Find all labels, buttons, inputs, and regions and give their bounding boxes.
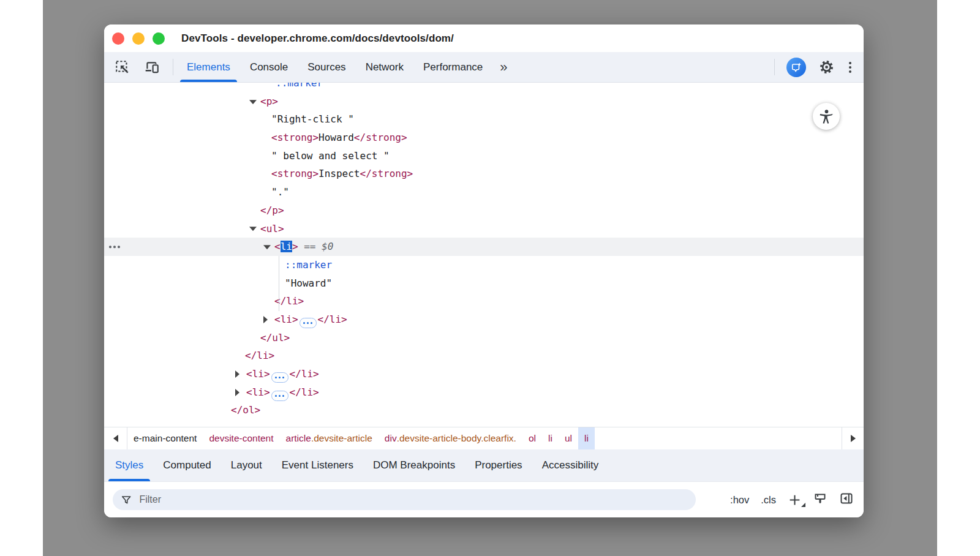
expand-arrow-icon[interactable] [263, 316, 268, 323]
breadcrumb-item-div-devsite-article-body-clearfix[interactable]: div.devsite-article-body.clearfix. [379, 427, 522, 449]
dom-node-row[interactable]: </li> [104, 347, 864, 365]
tab-properties[interactable]: Properties [465, 449, 532, 481]
minimize-window-button[interactable] [132, 32, 145, 45]
more-tabs-icon[interactable]: » [492, 61, 514, 74]
tab-computed[interactable]: Computed [153, 449, 221, 481]
toolbar-right-controls [774, 58, 864, 77]
tab-performance[interactable]: Performance [413, 52, 492, 82]
dom-node-row[interactable]: </ul> [104, 329, 864, 347]
dom-node-row[interactable]: <strong>Howard</strong> [104, 129, 864, 147]
dom-node-row[interactable]: "." [104, 183, 864, 201]
token-text: Inspect [318, 168, 360, 179]
zoom-window-button[interactable] [153, 32, 165, 45]
gear-icon[interactable] [818, 59, 835, 76]
expand-arrow-icon[interactable] [235, 370, 239, 378]
breadcrumb-item-e-main-content[interactable]: e-main-content [127, 427, 203, 449]
token-pseudo: ::marker [276, 83, 323, 89]
dom-node-row[interactable]: <p> [104, 92, 864, 111]
expand-arrow-icon[interactable] [235, 389, 239, 396]
breadcrumb-item-devsite-content[interactable]: devsite-content [203, 427, 279, 449]
toolbar-divider [173, 59, 173, 75]
tab-accessibility[interactable]: Accessibility [532, 449, 609, 481]
breadcrumb-text: li [584, 433, 589, 444]
accessibility-overlay-button[interactable] [813, 103, 840, 130]
breadcrumb-item-li[interactable]: li [578, 427, 595, 449]
dom-node-row[interactable]: <li></li> [104, 310, 864, 329]
element-classes-button[interactable]: .cls [761, 494, 776, 506]
dom-node-row[interactable]: </ol> [104, 401, 864, 419]
breadcrumb-text: devsite-content [209, 433, 273, 444]
tab-elements[interactable]: Elements [177, 52, 240, 82]
breadcrumb-item-ul[interactable]: ul [559, 427, 578, 449]
devtools-window: DevTools - developer.chrome.com/docs/dev… [104, 24, 864, 517]
token-tag: <p> [260, 96, 278, 107]
tab-event-listeners[interactable]: Event Listeners [272, 449, 363, 481]
dom-node-row[interactable]: <strong>Inspect</strong> [104, 165, 864, 183]
toggle-element-state-button[interactable]: :hov [730, 494, 749, 506]
styles-panel-tabs: StylesComputedLayoutEvent ListenersDOM B… [104, 449, 864, 481]
token-text: "Right-click " [271, 113, 354, 125]
dom-node-row[interactable]: " below and select " [104, 147, 864, 165]
breadcrumb-text: ol [529, 433, 536, 444]
token-tag: </ul> [260, 332, 290, 344]
dom-node-row[interactable]: "Howard" [104, 274, 864, 293]
collapsed-content-ellipsis-icon[interactable] [271, 391, 288, 401]
styles-filter-field[interactable] [113, 489, 696, 510]
dom-node-row[interactable]: <li></li> [104, 383, 864, 402]
inspect-cursor-icon[interactable] [114, 59, 131, 76]
token-tag: </strong> [360, 168, 413, 179]
dock-sidebar-button[interactable] [839, 491, 854, 508]
dom-node-row[interactable]: ::marker [104, 83, 864, 92]
token-tag: <li> [274, 314, 298, 325]
breadcrumb-item-article-devsite-article[interactable]: article.devsite-article [280, 427, 379, 449]
token-text: Howard [318, 132, 354, 143]
tab-dom-breakpoints[interactable]: DOM Breakpoints [363, 449, 465, 481]
node-menu-dots-icon[interactable] [109, 246, 120, 248]
new-style-rule-button[interactable] [788, 493, 801, 506]
dom-node-row[interactable]: ::marker [104, 256, 864, 274]
dom-node-row[interactable]: <li></li> [104, 365, 864, 383]
funnel-icon [121, 494, 132, 506]
styles-filter-bar: :hov .cls [104, 481, 864, 517]
window-titlebar: DevTools - developer.chrome.com/docs/dev… [104, 24, 864, 52]
token-tag: </li> [290, 386, 319, 398]
breadcrumb-text: .devsite-article [311, 433, 372, 444]
breadcrumb-item-ol[interactable]: ol [522, 427, 542, 449]
token-tag: <li> [246, 368, 270, 380]
tab-network[interactable]: Network [356, 52, 413, 82]
breadcrumb-scroll-left-button[interactable] [104, 427, 127, 449]
token-tag: <ul> [260, 223, 284, 235]
dom-node-row[interactable]: <li> == $0 [104, 238, 864, 256]
traffic-lights [112, 32, 165, 45]
dom-node-row[interactable]: <ul> [104, 220, 864, 238]
kebab-menu-icon[interactable] [846, 59, 854, 75]
collapse-arrow-icon[interactable] [263, 245, 271, 249]
collapse-arrow-icon[interactable] [249, 227, 257, 231]
breadcrumb-scroll-right-button[interactable] [842, 427, 864, 449]
close-window-button[interactable] [112, 32, 124, 45]
toolbar-divider [774, 59, 775, 75]
token-tag: </li> [245, 350, 274, 361]
tab-sources[interactable]: Sources [298, 52, 355, 82]
ai-assistance-icon[interactable] [786, 58, 806, 77]
collapse-arrow-icon[interactable] [249, 100, 257, 104]
token-tag: > [292, 241, 298, 252]
chevron-right-icon [851, 435, 856, 442]
tab-layout[interactable]: Layout [221, 449, 272, 481]
breadcrumb-item-li[interactable]: li [542, 427, 559, 449]
collapsed-content-ellipsis-icon[interactable] [300, 318, 317, 328]
token-dollar: $0 [322, 241, 333, 252]
rendering-emulations-button[interactable] [813, 491, 827, 508]
dom-node-row[interactable]: "Right-click " [104, 110, 864, 129]
window-title: DevTools - developer.chrome.com/docs/dev… [181, 32, 454, 45]
panel-tabs: ElementsConsoleSourcesNetworkPerformance [177, 52, 492, 82]
tab-styles[interactable]: Styles [105, 449, 153, 481]
device-toolbar-icon[interactable] [143, 59, 160, 76]
filter-input[interactable] [138, 494, 688, 506]
tab-console[interactable]: Console [240, 52, 298, 82]
dom-node-row[interactable]: </p> [104, 201, 864, 220]
breadcrumb-text: .devsite-article-body.clearfix. [397, 433, 516, 444]
token-tag: <strong> [271, 168, 318, 179]
dom-node-row[interactable]: </li> [104, 292, 864, 310]
collapsed-content-ellipsis-icon[interactable] [271, 372, 288, 383]
